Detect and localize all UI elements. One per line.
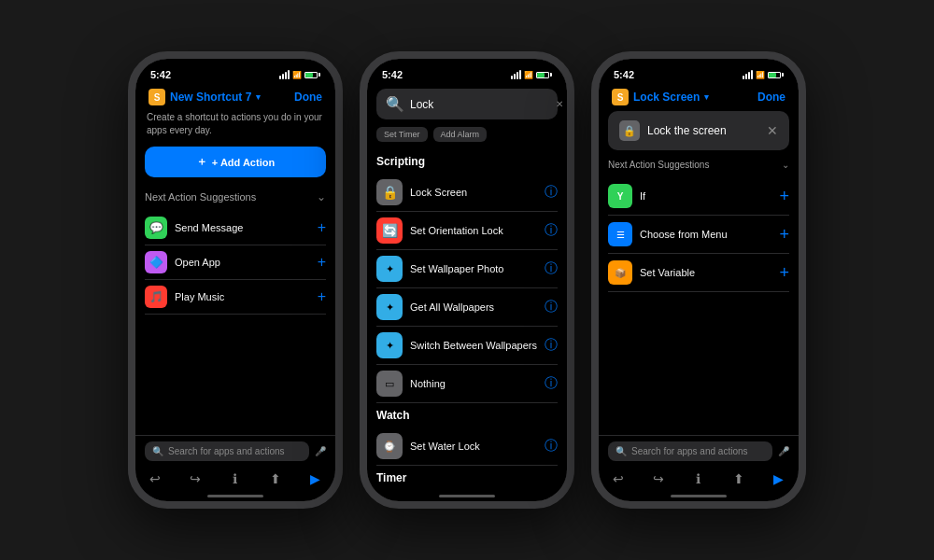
status-time-2: 5:42	[382, 69, 403, 80]
suggestion-open-app[interactable]: 🔷 Open App +	[145, 245, 326, 280]
nav-item-play-3[interactable]: ▶	[766, 470, 792, 487]
search-bar-1[interactable]: 🔍 Search for apps and actions	[145, 441, 309, 461]
phone-2: 5:42 📶 �	[360, 51, 574, 509]
if-label: If	[640, 190, 771, 202]
search-item-switch-wallpapers[interactable]: ✦ Switch Between Wallpapers ⓘ	[376, 327, 558, 365]
search-results-2: Scripting 🔒 Lock Screen ⓘ 🔄 Set Orientat…	[367, 151, 567, 495]
battery-icon-3	[768, 72, 784, 78]
battery-icon-2	[536, 72, 552, 78]
quick-tags-2: Set Timer Add Alarm	[376, 127, 558, 142]
done-button-3[interactable]: Done	[757, 91, 785, 104]
all-wallpapers-info[interactable]: ⓘ	[545, 299, 558, 315]
search-item-water-lock[interactable]: ⌚ Set Water Lock ⓘ	[376, 427, 558, 466]
lock-action-close[interactable]: ✕	[767, 123, 778, 138]
scripting-section-title: Scripting	[376, 155, 558, 168]
search-placeholder-3: Search for apps and actions	[631, 446, 748, 456]
nav-item-undo[interactable]: ↩	[142, 470, 168, 487]
search-clear-2[interactable]: ✕	[556, 99, 563, 109]
nav-item-share[interactable]: ⬆	[262, 470, 289, 487]
quick-tag-add-alarm[interactable]: Add Alarm	[433, 127, 488, 142]
phone-3: 5:42 📶	[591, 51, 806, 509]
play-music-label: Play Music	[175, 291, 310, 302]
nav-chevron-1: ▾	[256, 92, 261, 102]
mic-icon-3[interactable]: 🎤	[778, 446, 789, 456]
orientation-info[interactable]: ⓘ	[545, 222, 558, 239]
suggestion-choose-menu[interactable]: ☰ Choose from Menu +	[608, 216, 789, 254]
lock-screen-info[interactable]: ⓘ	[545, 184, 558, 201]
wallpaper-photo-label: Set Wallpaper Photo	[410, 263, 537, 274]
suggestion-send-message[interactable]: 💬 Send Message +	[145, 211, 326, 245]
done-button-1[interactable]: Done	[294, 91, 322, 104]
add-if[interactable]: +	[779, 187, 789, 206]
nav-bar-1: S New Shortcut 7 ▾ Done	[135, 85, 335, 111]
water-lock-info[interactable]: ⓘ	[545, 438, 558, 455]
add-open-app[interactable]: +	[318, 254, 326, 271]
lock-action-icon: 🔒	[619, 120, 640, 141]
nav-item-undo-3[interactable]: ↩	[605, 470, 631, 487]
signal-icon-3	[743, 70, 753, 79]
phone-3-screen: 5:42 📶	[599, 59, 799, 501]
phone-2-screen: 5:42 📶 �	[367, 59, 567, 501]
search-item-nothing[interactable]: ▭ Nothing ⓘ	[376, 365, 558, 403]
nav-item-info[interactable]: ℹ	[222, 470, 248, 487]
add-play-music[interactable]: +	[318, 288, 326, 305]
wifi-icon-2: 📶	[524, 71, 533, 79]
switch-wallpapers-info[interactable]: ⓘ	[545, 337, 558, 354]
lock-action-label: Lock the screen	[647, 124, 759, 137]
nav-item-redo-3[interactable]: ↪	[645, 470, 672, 487]
watch-section-title: Watch	[376, 409, 558, 422]
shortcut-name-3[interactable]: Lock Screen	[633, 91, 700, 104]
suggestion-play-music[interactable]: 🎵 Play Music +	[145, 280, 326, 315]
if-icon: Y	[608, 184, 632, 208]
add-action-button[interactable]: ＋ + Add Action	[145, 147, 326, 177]
search-placeholder-1: Search for apps and actions	[168, 446, 285, 456]
all-wallpapers-icon: ✦	[376, 294, 403, 320]
add-action-label: + Add Action	[212, 157, 275, 168]
search-item-lock-screen[interactable]: 🔒 Lock Screen ⓘ	[376, 174, 558, 212]
all-wallpapers-label: Get All Wallpapers	[410, 301, 537, 313]
search-item-wallpaper-photo[interactable]: ✦ Set Wallpaper Photo ⓘ	[376, 250, 558, 288]
add-choose-menu[interactable]: +	[779, 225, 789, 245]
search-field-2[interactable]	[410, 98, 550, 111]
nothing-icon: ▭	[376, 371, 403, 397]
switch-wallpapers-label: Switch Between Wallpapers	[410, 340, 537, 351]
search-input-bar-2[interactable]: 🔍 ✕	[376, 89, 558, 119]
search-item-orientation[interactable]: 🔄 Set Orientation Lock ⓘ	[376, 212, 558, 250]
choose-menu-label: Choose from Menu	[640, 229, 771, 240]
add-send-message[interactable]: +	[318, 219, 326, 236]
quick-tag-set-timer[interactable]: Set Timer	[376, 127, 428, 142]
nav-item-share-3[interactable]: ⬆	[726, 470, 752, 487]
status-time-1: 5:42	[150, 69, 171, 80]
search-item-all-wallpapers[interactable]: ✦ Get All Wallpapers ⓘ	[376, 288, 558, 327]
status-icons-2: 📶	[511, 70, 552, 79]
lock-screen-icon: 🔒	[376, 179, 403, 205]
nav-item-redo[interactable]: ↪	[182, 470, 208, 487]
suggestions-title-3: Next Action Suggestions	[608, 160, 709, 170]
suggestion-set-variable[interactable]: 📦 Set Variable +	[608, 254, 789, 292]
status-icons-1: 📶	[279, 70, 320, 79]
lock-screen-label: Lock Screen	[410, 187, 537, 198]
nothing-info[interactable]: ⓘ	[545, 375, 558, 392]
add-action-icon: ＋	[196, 154, 207, 170]
section-chevron-1: ⌄	[317, 190, 326, 203]
nav-bar-3: S Lock Screen ▾ Done	[599, 85, 799, 111]
search-icon-2: 🔍	[386, 95, 404, 113]
nav-item-info-3[interactable]: ℹ	[686, 470, 712, 487]
mic-icon-1[interactable]: 🎤	[315, 446, 326, 456]
phone-1-screen: 5:42 📶	[135, 59, 335, 501]
shortcut-name-1[interactable]: New Shortcut 7	[170, 91, 251, 104]
app-icon-3: S	[612, 89, 629, 105]
set-variable-label: Set Variable	[640, 267, 771, 278]
wallpaper-photo-info[interactable]: ⓘ	[545, 260, 558, 277]
suggestion-if[interactable]: Y If +	[608, 177, 789, 216]
suggestions-list-1: 💬 Send Message + 🔷 Open App + 🎵 Play Mus…	[145, 211, 326, 315]
search-bar-3[interactable]: 🔍 Search for apps and actions	[608, 441, 772, 461]
add-set-variable[interactable]: +	[779, 263, 789, 283]
open-app-icon: 🔷	[145, 251, 167, 273]
bottom-search-1: 🔍 Search for apps and actions 🎤	[135, 435, 335, 467]
nav-chevron-3: ▾	[704, 92, 709, 102]
timer-section-title: Timer	[376, 471, 558, 484]
wifi-icon-3: 📶	[756, 71, 765, 79]
nav-item-play[interactable]: ▶	[303, 470, 329, 487]
status-icons-3: 📶	[743, 70, 784, 79]
